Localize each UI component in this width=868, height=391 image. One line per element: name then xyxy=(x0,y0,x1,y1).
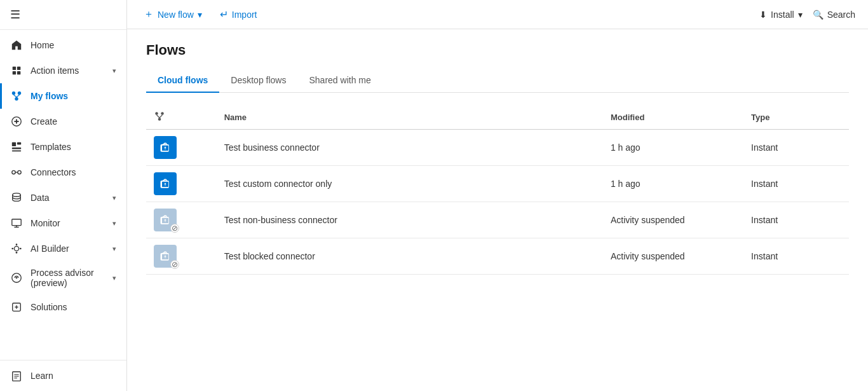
svg-point-37 xyxy=(155,112,158,115)
svg-point-5 xyxy=(18,92,21,95)
svg-point-23 xyxy=(14,246,18,250)
flow-type: Instant xyxy=(743,202,849,238)
flow-icon-wrapper xyxy=(154,136,177,159)
table-row[interactable]: ⊘ Test non-business connector Activity s… xyxy=(146,202,849,238)
sidebar-label-action-items: Action items xyxy=(31,65,105,76)
data-icon xyxy=(10,191,23,204)
svg-line-7 xyxy=(14,95,17,97)
sidebar-item-learn[interactable]: Learn xyxy=(0,363,126,388)
flow-name: Test business connector xyxy=(217,130,603,166)
sidebar-item-connectors[interactable]: Connectors xyxy=(0,160,126,185)
flow-icon-wrapper: ⊘ xyxy=(154,209,177,231)
sidebar-label-home: Home xyxy=(31,40,116,50)
svg-point-39 xyxy=(158,118,161,121)
flow-icon-wrapper: ⊘ xyxy=(154,245,177,268)
new-flow-chevron-icon: ▾ xyxy=(198,10,202,20)
chevron-down-icon: ▾ xyxy=(112,219,116,228)
sidebar-item-create[interactable]: Create xyxy=(0,109,126,134)
suspend-badge: ⊘ xyxy=(170,260,179,269)
sidebar-nav: Home Action items ▾ My flows Create xyxy=(0,30,126,360)
flow-icon-cell xyxy=(146,130,217,166)
ai-builder-icon xyxy=(10,242,23,255)
templates-icon xyxy=(10,141,23,153)
learn-icon xyxy=(10,369,23,382)
svg-line-41 xyxy=(159,115,163,118)
action-items-icon xyxy=(10,64,23,77)
sidebar-item-process-advisor[interactable]: Process advisor (preview) ▾ xyxy=(0,261,126,294)
flow-modified: Activity suspended xyxy=(603,238,743,275)
sidebar-item-action-items[interactable]: Action items ▾ xyxy=(0,58,126,83)
svg-point-17 xyxy=(18,170,21,174)
import-icon: ↵ xyxy=(220,8,228,20)
sidebar-item-ai-builder[interactable]: AI Builder ▾ xyxy=(0,236,126,261)
sidebar-item-templates[interactable]: Templates xyxy=(0,134,126,160)
suspend-badge: ⊘ xyxy=(170,224,179,233)
sidebar-label-connectors: Connectors xyxy=(31,167,116,177)
new-flow-button[interactable]: ＋ New flow ▾ xyxy=(140,5,206,24)
search-label: Search xyxy=(827,10,855,20)
flow-icon-cell: ⊘ xyxy=(146,202,217,238)
flow-modified: Activity suspended xyxy=(603,202,743,238)
chevron-down-icon: ▾ xyxy=(112,194,116,202)
sidebar-label-templates: Templates xyxy=(31,142,116,152)
sidebar-label-ai-builder: AI Builder xyxy=(31,244,105,254)
search-button[interactable]: 🔍 Search xyxy=(813,10,855,20)
search-icon: 🔍 xyxy=(813,10,824,20)
svg-point-27 xyxy=(20,248,22,250)
monitor-icon xyxy=(10,217,23,230)
flow-modified: 1 h ago xyxy=(603,130,743,166)
new-flow-label: New flow xyxy=(158,10,194,20)
plus-icon: ＋ xyxy=(144,8,154,21)
table-row[interactable]: ⊘ Test blocked connector Activity suspen… xyxy=(146,238,849,275)
svg-point-4 xyxy=(12,92,15,95)
col-header-icon xyxy=(146,106,217,130)
svg-point-29 xyxy=(16,277,18,279)
col-header-name: Name xyxy=(217,106,603,130)
svg-point-38 xyxy=(161,112,164,115)
sidebar-label-solutions: Solutions xyxy=(31,302,116,312)
svg-point-16 xyxy=(12,170,15,174)
install-chevron-icon: ▾ xyxy=(798,10,803,20)
sidebar-item-my-flows[interactable]: My flows xyxy=(0,83,126,109)
sidebar-item-monitor[interactable]: Monitor ▾ xyxy=(0,210,126,236)
create-icon xyxy=(10,115,23,128)
hamburger-menu[interactable]: ☰ xyxy=(10,8,20,21)
flow-icon xyxy=(154,136,177,159)
sidebar-item-data[interactable]: Data ▾ xyxy=(0,185,126,210)
install-button[interactable]: ⬇ Install ▾ xyxy=(759,10,803,20)
import-label: Import xyxy=(232,10,257,20)
svg-point-19 xyxy=(13,193,21,196)
import-button[interactable]: ↵ Import xyxy=(216,6,261,23)
tab-desktop-flows[interactable]: Desktop flows xyxy=(219,69,297,93)
svg-line-40 xyxy=(157,115,160,118)
flow-name: Test non-business connector xyxy=(217,202,603,238)
table-row[interactable]: Test business connector 1 h ago Instant xyxy=(146,130,849,166)
svg-rect-2 xyxy=(13,71,16,74)
sidebar-bottom: Learn xyxy=(0,360,126,391)
flows-icon xyxy=(10,90,23,102)
svg-rect-13 xyxy=(17,142,21,145)
flow-name: Test custom connector only xyxy=(217,166,603,202)
flow-icon-cell: ⊘ xyxy=(146,238,217,275)
sidebar-item-home[interactable]: Home xyxy=(0,32,126,58)
tab-shared-with-me[interactable]: Shared with me xyxy=(297,69,382,93)
chevron-down-icon: ▾ xyxy=(112,67,116,75)
sidebar-label-data: Data xyxy=(31,193,105,203)
svg-rect-20 xyxy=(12,219,21,226)
svg-rect-15 xyxy=(12,150,21,151)
col-header-type: Type xyxy=(743,106,849,130)
flows-table: Name Modified Type Test business connect… xyxy=(146,106,849,275)
tab-cloud-flows[interactable]: Cloud flows xyxy=(146,69,219,93)
chevron-down-icon: ▾ xyxy=(112,274,116,282)
flow-type: Instant xyxy=(743,130,849,166)
sidebar-label-process-advisor: Process advisor (preview) xyxy=(31,268,105,288)
sidebar-label-create: Create xyxy=(31,116,116,127)
table-row[interactable]: Test custom connector only 1 h ago Insta… xyxy=(146,166,849,202)
home-icon xyxy=(10,39,23,51)
solutions-icon xyxy=(10,301,23,313)
sidebar-item-solutions[interactable]: Solutions xyxy=(0,294,126,320)
flow-modified: 1 h ago xyxy=(603,166,743,202)
sidebar-label-monitor: Monitor xyxy=(31,218,105,228)
main-content: ＋ New flow ▾ ↵ Import ⬇ Install ▾ 🔍 Sear… xyxy=(127,0,868,391)
install-label: Install xyxy=(771,10,794,20)
